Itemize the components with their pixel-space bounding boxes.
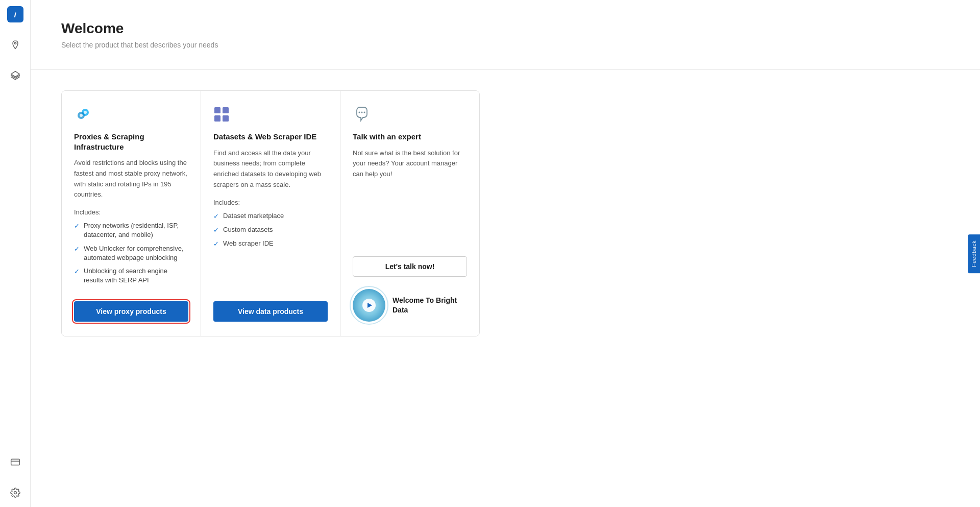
page-subtitle: Select the product that best describes y…: [61, 41, 949, 49]
expert-icon: [353, 105, 467, 124]
settings-icon: [10, 488, 20, 498]
card-proxies-title: Proxies & Scraping Infrastructure: [74, 132, 188, 152]
location-icon: [10, 40, 20, 50]
svg-point-4: [14, 492, 16, 494]
card-datasets-checklist: ✓ Dataset marketplace ✓ Custom datasets …: [213, 211, 328, 253]
svg-point-0: [14, 42, 16, 44]
list-item: ✓ Web Unlocker for comprehensive, automa…: [74, 244, 188, 262]
svg-rect-11: [214, 115, 220, 122]
svg-rect-9: [214, 107, 220, 113]
proxies-icon: [74, 105, 188, 124]
video-label: Welcome To Bright Data: [393, 296, 467, 316]
video-play-circle[interactable]: [353, 289, 385, 322]
video-thumbnail[interactable]: Welcome To Bright Data: [353, 289, 467, 322]
sidebar-item-card[interactable]: [7, 454, 23, 470]
svg-point-8: [80, 114, 83, 117]
expert-svg-icon: [353, 105, 371, 124]
svg-point-15: [364, 112, 365, 113]
play-button-icon[interactable]: [362, 299, 376, 312]
svg-point-14: [361, 112, 363, 113]
check-icon: ✓: [74, 222, 80, 231]
sidebar-logo[interactable]: i: [7, 6, 23, 22]
check-icon: ✓: [213, 212, 219, 221]
card-expert-desc: Not sure what is the best solution for y…: [353, 148, 467, 180]
sidebar: i: [0, 0, 31, 507]
main-content: Welcome Select the product that best des…: [31, 0, 980, 507]
card-proxies: Proxies & Scraping Infrastructure Avoid …: [62, 91, 201, 336]
sidebar-bottom: [7, 454, 23, 501]
svg-rect-10: [223, 107, 229, 113]
list-item: ✓ Web scraper IDE: [213, 239, 328, 249]
card-icon: [10, 457, 20, 467]
check-icon: ✓: [213, 239, 219, 249]
svg-rect-12: [223, 115, 229, 122]
lets-talk-button[interactable]: Let's talk now!: [353, 256, 467, 277]
list-item: ✓ Dataset marketplace: [213, 211, 328, 221]
svg-point-7: [84, 111, 87, 114]
sidebar-item-layers[interactable]: [7, 67, 23, 84]
page-title: Welcome: [61, 20, 949, 37]
list-item: ✓ Custom datasets: [213, 225, 328, 235]
check-icon: ✓: [74, 245, 80, 254]
svg-rect-2: [11, 459, 19, 465]
card-datasets-title: Datasets & Web Scraper IDE: [213, 132, 328, 142]
card-proxies-includes: Includes:: [74, 208, 188, 216]
datasets-icon: [213, 105, 328, 124]
svg-point-13: [359, 112, 360, 113]
sidebar-item-settings[interactable]: [7, 485, 23, 501]
card-datasets-desc: Find and access all the data your busine…: [213, 148, 328, 190]
sidebar-item-location[interactable]: [7, 37, 23, 53]
check-icon: ✓: [213, 226, 219, 235]
header-divider: [31, 69, 980, 70]
product-cards: Proxies & Scraping Infrastructure Avoid …: [61, 90, 480, 336]
card-proxies-checklist: ✓ Proxy networks (residential, ISP, data…: [74, 221, 188, 289]
card-expert: Talk with an expert Not sure what is the…: [340, 91, 479, 336]
card-proxies-desc: Avoid restrictions and blocks using the …: [74, 158, 188, 200]
view-proxy-products-button[interactable]: View proxy products: [74, 301, 188, 322]
feedback-tab[interactable]: Feedback: [968, 234, 980, 273]
check-icon: ✓: [74, 267, 80, 276]
card-expert-title: Talk with an expert: [353, 132, 467, 142]
proxy-svg-icon: [74, 105, 92, 124]
list-item: ✓ Unblocking of search engine results wi…: [74, 267, 188, 285]
list-item: ✓ Proxy networks (residential, ISP, data…: [74, 221, 188, 239]
card-datasets-includes: Includes:: [213, 199, 328, 206]
view-data-products-button[interactable]: View data products: [213, 301, 328, 322]
card-datasets: Datasets & Web Scraper IDE Find and acce…: [201, 91, 340, 336]
dataset-svg-icon: [213, 106, 230, 123]
layers-icon: [10, 70, 20, 81]
